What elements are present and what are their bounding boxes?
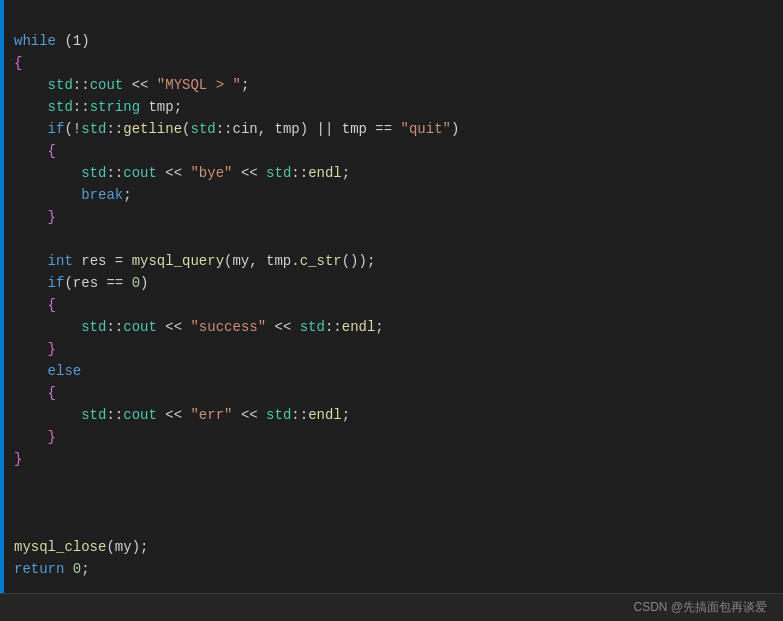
token-plain <box>14 121 48 137</box>
token-kw: else <box>48 363 82 379</box>
token-plain: << <box>157 319 191 335</box>
code-line: std::cout << "bye" << std::endl; <box>10 162 783 184</box>
token-plain: (res == <box>64 275 131 291</box>
token-plain: (my); <box>106 539 148 555</box>
token-plain <box>14 385 48 401</box>
token-ns: std <box>81 407 106 423</box>
token-plain <box>14 275 48 291</box>
token-brace: } <box>48 341 56 357</box>
token-plain <box>14 77 48 93</box>
code-line: std::string tmp; <box>10 96 783 118</box>
token-plain <box>14 253 48 269</box>
token-kw: return <box>14 561 64 577</box>
token-brace: } <box>48 429 56 445</box>
token-ns: cout <box>123 407 157 423</box>
token-plain: ; <box>375 319 383 335</box>
token-plain: res = <box>73 253 132 269</box>
token-type: string <box>90 99 140 115</box>
code-line: mysql_close(my); <box>10 536 783 558</box>
code-line: else <box>10 360 783 382</box>
token-kw: int <box>48 253 73 269</box>
token-fn: mysql_query <box>132 253 224 269</box>
bottom-bar: CSDN @先搞面包再谈爱 <box>0 593 783 621</box>
token-brace: { <box>14 55 22 71</box>
token-fn: endl <box>308 165 342 181</box>
code-line: } <box>10 206 783 228</box>
token-str: "success" <box>190 319 266 335</box>
token-plain: (! <box>64 121 81 137</box>
token-plain: :: <box>291 165 308 181</box>
token-fn: endl <box>342 319 376 335</box>
token-plain: tmp; <box>140 99 182 115</box>
code-line <box>10 228 783 250</box>
code-line: } <box>10 448 783 470</box>
token-kw: if <box>48 275 65 291</box>
token-plain: << <box>266 319 300 335</box>
token-plain: (1) <box>56 33 90 49</box>
token-plain: :: <box>73 99 90 115</box>
token-plain: << <box>157 165 191 181</box>
token-brace: } <box>48 209 56 225</box>
code-line: std::cout << "err" << std::endl; <box>10 404 783 426</box>
code-line: } <box>10 426 783 448</box>
token-ns: std <box>266 407 291 423</box>
token-plain: << <box>157 407 191 423</box>
token-str: "bye" <box>190 165 232 181</box>
token-ns: std <box>48 77 73 93</box>
token-plain: (my, tmp. <box>224 253 300 269</box>
token-plain <box>14 99 48 115</box>
code-line: break; <box>10 184 783 206</box>
token-fn: endl <box>308 407 342 423</box>
token-plain: ; <box>241 77 249 93</box>
token-plain: << <box>232 165 266 181</box>
token-plain <box>14 363 48 379</box>
token-brace: { <box>48 297 56 313</box>
token-fn: c_str <box>300 253 342 269</box>
token-plain <box>14 165 81 181</box>
code-line <box>10 492 783 514</box>
token-kw: if <box>48 121 65 137</box>
code-line: if(res == 0) <box>10 272 783 294</box>
token-kw: while <box>14 33 56 49</box>
token-plain <box>14 429 48 445</box>
token-ns: cout <box>123 165 157 181</box>
token-ns: cout <box>123 319 157 335</box>
token-plain: :: <box>106 319 123 335</box>
token-plain <box>14 407 81 423</box>
token-plain <box>64 561 72 577</box>
token-fn: getline <box>123 121 182 137</box>
code-line: } <box>10 338 783 360</box>
token-ns: std <box>81 165 106 181</box>
code-editor: while (1){ std::cout << "MYSQL > "; std:… <box>0 0 783 588</box>
token-plain: ; <box>81 561 89 577</box>
token-plain <box>14 319 81 335</box>
token-num: 0 <box>73 561 81 577</box>
token-plain: :: <box>73 77 90 93</box>
token-plain: ()); <box>342 253 376 269</box>
code-line: return 0; <box>10 558 783 580</box>
token-str: "quit" <box>401 121 451 137</box>
left-border <box>0 0 4 593</box>
code-line <box>10 514 783 536</box>
token-plain: ::cin, tmp) || tmp == <box>216 121 401 137</box>
token-brace: } <box>14 451 22 467</box>
token-plain: ; <box>342 165 350 181</box>
code-line: std::cout << "MYSQL > "; <box>10 74 783 96</box>
token-ns: std <box>266 165 291 181</box>
token-fn: mysql_close <box>14 539 106 555</box>
token-plain: ) <box>140 275 148 291</box>
token-ns: std <box>81 121 106 137</box>
token-plain <box>14 143 48 159</box>
code-line: std::cout << "success" << std::endl; <box>10 316 783 338</box>
token-plain: ; <box>342 407 350 423</box>
token-plain <box>14 187 81 203</box>
code-line: { <box>10 382 783 404</box>
token-kw: break <box>81 187 123 203</box>
code-line: if(!std::getline(std::cin, tmp) || tmp =… <box>10 118 783 140</box>
token-plain: :: <box>291 407 308 423</box>
token-plain: ) <box>451 121 459 137</box>
code-line: int res = mysql_query(my, tmp.c_str()); <box>10 250 783 272</box>
token-ns: std <box>81 319 106 335</box>
token-plain: :: <box>325 319 342 335</box>
token-num: 0 <box>132 275 140 291</box>
